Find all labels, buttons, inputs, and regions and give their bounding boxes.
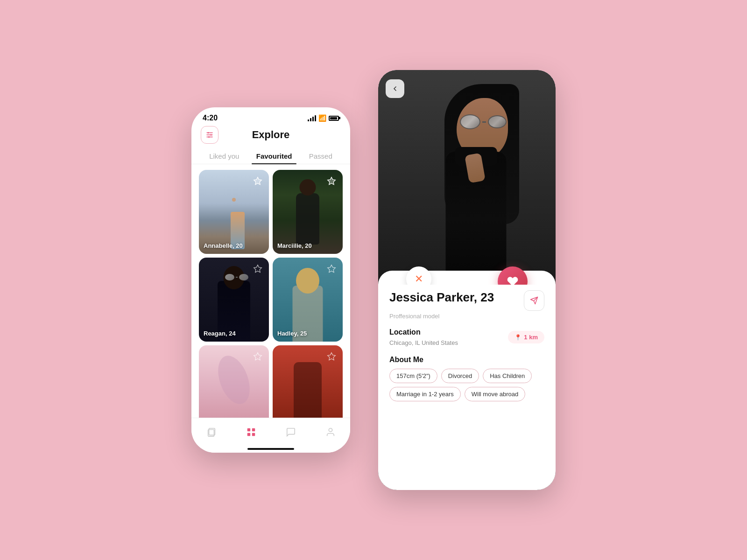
signal-bars-icon — [308, 115, 316, 121]
card-label-hadley: Hadley, 25 — [277, 330, 307, 337]
card-annabelle[interactable]: Annabelle, 20 — [199, 170, 269, 254]
tag-children: Has Children — [483, 369, 532, 383]
nav-chat-icon — [285, 427, 296, 438]
wifi-icon: 📶 — [318, 114, 326, 122]
star-icon — [327, 264, 336, 273]
tab-passed[interactable]: Passed — [304, 148, 337, 164]
svg-point-12 — [329, 428, 332, 432]
tag-abroad: Will move abroad — [465, 387, 525, 401]
nav-cards[interactable] — [206, 427, 217, 438]
svg-point-3 — [208, 132, 209, 133]
phone-explore: 4:20 📶 — [191, 107, 350, 453]
signal-bar-1 — [308, 119, 309, 121]
cards-icon — [206, 427, 217, 437]
svg-point-5 — [208, 136, 210, 138]
profile-name-row: Jessica Parker, 23 — [389, 290, 544, 311]
nav-grid[interactable] — [246, 427, 257, 438]
share-button[interactable] — [524, 290, 544, 311]
battery-icon — [329, 116, 339, 121]
card-extra1[interactable] — [199, 345, 269, 429]
about-me-section: About Me 157cm (5'2") Divorced Has Child… — [389, 356, 544, 401]
chat-icon — [286, 427, 296, 437]
location-label: Location — [389, 328, 458, 336]
profile-name: Jessica Parker, 23 — [389, 290, 494, 305]
phone-profile: ✕ Jessica Parker, 23 — [378, 70, 556, 490]
battery-fill — [330, 117, 337, 119]
tag-height: 157cm (5'2") — [389, 369, 437, 383]
status-icons: 📶 — [308, 114, 339, 122]
lens-right — [488, 115, 507, 128]
filter-button[interactable] — [201, 126, 218, 144]
tab-liked-you[interactable]: Liked you — [204, 148, 244, 164]
profile-info-section: Jessica Parker, 23 Proffesional model Lo… — [378, 271, 556, 490]
pin-icon: 📍 — [514, 334, 521, 341]
distance-text: 1 km — [524, 334, 538, 341]
profile-subtitle: Proffesional model — [389, 313, 544, 320]
star-icon — [253, 264, 262, 273]
star-icon — [253, 176, 262, 186]
svg-rect-9 — [252, 428, 254, 431]
action-buttons: ✕ — [378, 266, 556, 285]
svg-point-4 — [211, 134, 212, 136]
card-extra2[interactable] — [273, 345, 343, 429]
figure-marciilie — [296, 193, 319, 245]
profile-photo-section: ✕ — [378, 70, 556, 285]
card-label-reagan: Reagan, 24 — [204, 330, 236, 337]
profile-sunglasses — [460, 114, 507, 129]
head-marciilie — [300, 179, 316, 196]
nav-grid-icon — [246, 427, 257, 438]
location-row: Location Chicago, IL United States 📍 1 k… — [389, 328, 544, 346]
star-button-extra1[interactable] — [251, 350, 264, 363]
home-indicator — [247, 448, 294, 450]
card-label-annabelle: Annabelle, 20 — [204, 242, 243, 249]
signal-bar-4 — [315, 115, 316, 121]
back-icon — [391, 85, 399, 92]
star-icon — [327, 352, 336, 361]
nav-chat[interactable] — [285, 427, 296, 438]
like-button[interactable] — [498, 266, 528, 285]
location-block: Location Chicago, IL United States — [389, 328, 458, 346]
star-button-extra2[interactable] — [325, 350, 338, 363]
tag-marriage: Marriage in 1-2 years — [389, 387, 461, 401]
signal-bar-2 — [310, 118, 311, 121]
card-label-marciilie: Marciilie, 20 — [277, 242, 312, 249]
figure-hadley-head — [296, 268, 319, 294]
svg-rect-8 — [247, 428, 250, 431]
star-button-marciilie[interactable] — [325, 175, 338, 188]
glasses-bridge — [482, 121, 486, 123]
profile-icon — [325, 427, 336, 437]
photo-grid: Annabelle, 20 Marciilie, 20 — [191, 164, 350, 435]
filter-icon — [205, 131, 214, 139]
tags-row: 157cm (5'2") Divorced Has Children Marri… — [389, 369, 544, 401]
heart-icon — [507, 275, 519, 285]
svg-rect-11 — [252, 433, 254, 436]
signal-bar-3 — [312, 117, 314, 121]
phone2-content: ✕ Jessica Parker, 23 — [378, 70, 556, 490]
decor-extra1 — [212, 351, 255, 408]
star-button-annabelle[interactable] — [251, 175, 264, 188]
svg-rect-10 — [247, 433, 250, 436]
about-me-label: About Me — [389, 356, 544, 364]
star-button-hadley[interactable] — [325, 262, 338, 275]
lens-left — [460, 114, 480, 129]
star-button-reagan[interactable] — [251, 262, 264, 275]
nav-profile[interactable] — [325, 427, 336, 438]
share-icon — [530, 296, 538, 305]
distance-badge: 📍 1 km — [508, 331, 544, 343]
dislike-button[interactable]: ✕ — [406, 266, 431, 285]
grid-icon — [246, 427, 256, 437]
card-marciilie[interactable]: Marciilie, 20 — [273, 170, 343, 254]
tabs-row: Liked you Favourited Passed — [191, 145, 350, 164]
explore-title: Explore — [252, 129, 290, 141]
bottom-nav — [191, 418, 350, 453]
glasses-reagan — [225, 274, 248, 280]
nav-profile-icon — [325, 427, 336, 438]
tag-divorced: Divorced — [441, 369, 479, 383]
tab-favourited[interactable]: Favourited — [252, 148, 297, 164]
status-bar: 4:20 📶 — [191, 107, 350, 124]
status-time: 4:20 — [203, 114, 218, 122]
card-hadley[interactable]: Hadley, 25 — [273, 258, 343, 342]
card-reagan[interactable]: Reagan, 24 — [199, 258, 269, 342]
location-text: Chicago, IL United States — [389, 339, 458, 346]
back-button[interactable] — [386, 79, 404, 98]
